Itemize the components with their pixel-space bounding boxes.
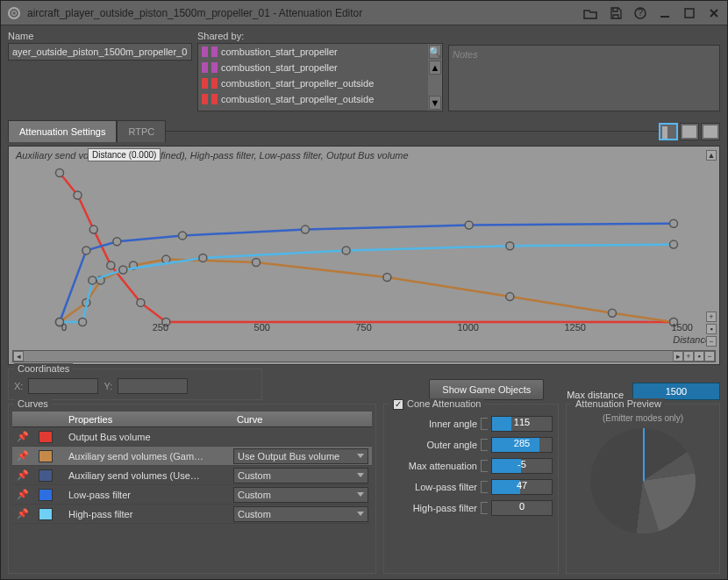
open-icon[interactable] xyxy=(583,7,597,19)
link-icon[interactable] xyxy=(481,481,488,493)
pin-icon[interactable]: 📌 xyxy=(12,431,33,442)
curve-node[interactable] xyxy=(89,276,96,284)
curve-node[interactable] xyxy=(302,226,310,233)
show-game-objects-button[interactable]: Show Game Objects xyxy=(429,379,544,400)
zoom-fit-icon[interactable]: ▪ xyxy=(706,324,717,334)
cone-checkbox[interactable] xyxy=(393,399,403,410)
color-swatch[interactable] xyxy=(39,450,53,462)
shared-item[interactable]: combustion_start_propeller_outside xyxy=(198,91,442,107)
link-icon[interactable] xyxy=(481,460,488,472)
shared-color-icon xyxy=(202,78,208,89)
curve-auxiliary-send-volumes-game-defined-[interactable] xyxy=(60,260,674,322)
pin-icon[interactable]: 📌 xyxy=(12,489,33,500)
hzoom-in-icon[interactable]: + xyxy=(683,351,694,362)
graph-legend: Auxiliary send volumes (Game-defined), H… xyxy=(16,150,409,161)
tab-attenuation-settings[interactable]: Attenuation Settings xyxy=(8,120,117,142)
curve-node[interactable] xyxy=(342,247,350,254)
search-icon[interactable]: 🔍 xyxy=(429,45,441,59)
name-input[interactable] xyxy=(8,43,192,61)
link-icon[interactable] xyxy=(481,502,488,514)
curve-type-dropdown[interactable]: Use Output Bus volume xyxy=(233,448,368,464)
shared-color-icon xyxy=(202,94,208,104)
curve-node[interactable] xyxy=(137,298,145,306)
close-icon[interactable] xyxy=(708,7,720,19)
max-distance-input[interactable] xyxy=(632,383,720,400)
curve-node[interactable] xyxy=(199,254,207,261)
curve-node[interactable] xyxy=(253,259,261,267)
curve-output-bus-volume[interactable] xyxy=(60,173,674,322)
color-swatch[interactable] xyxy=(39,431,53,443)
notes-field[interactable]: Notes xyxy=(448,45,720,111)
y-input[interactable] xyxy=(118,378,188,394)
curve-property: Auxiliary send volumes (Gam… xyxy=(63,451,233,462)
pin-icon[interactable]: 📌 xyxy=(12,469,33,481)
save-icon[interactable] xyxy=(610,7,622,19)
curve-node[interactable] xyxy=(506,293,514,301)
curve-node[interactable] xyxy=(74,191,82,199)
zoom-in-icon[interactable]: + xyxy=(706,311,717,322)
color-swatch[interactable] xyxy=(39,489,53,501)
titlebar[interactable]: aircraft_player_outside_piston_1500m_pro… xyxy=(1,1,727,25)
hzoom-out-icon[interactable]: − xyxy=(704,351,715,362)
curve-node[interactable] xyxy=(56,169,64,177)
shared-item[interactable]: combustion_start_propeller_outside xyxy=(198,75,442,91)
curve-node[interactable] xyxy=(82,247,90,254)
shared-scrollbar[interactable]: 🔍 ▲ ▼ xyxy=(428,44,442,111)
layout-graph-icon[interactable] xyxy=(659,123,678,140)
scroll-down-icon[interactable]: ▼ xyxy=(429,96,441,110)
link-icon[interactable] xyxy=(481,418,488,430)
curve-node[interactable] xyxy=(383,274,391,282)
attenuation-chart[interactable] xyxy=(51,164,682,331)
cone-param-input[interactable]: 285 xyxy=(491,437,553,453)
curve-type-dropdown[interactable]: Custom xyxy=(233,468,368,483)
curve-row[interactable]: 📌 Auxiliary send volumes (Gam… Use Outpu… xyxy=(12,447,372,466)
curve-node[interactable] xyxy=(113,238,121,246)
curve-row[interactable]: 📌 Auxiliary send volumes (Use… Custom xyxy=(12,466,372,485)
layout-split-icon[interactable] xyxy=(680,123,699,140)
curve-node[interactable] xyxy=(506,242,514,250)
tick-label: 250 xyxy=(153,322,168,333)
cone-param-input[interactable]: 0 xyxy=(491,500,553,516)
curve-node[interactable] xyxy=(609,309,617,317)
curve-row[interactable]: 📌 High-pass filter Custom xyxy=(12,505,372,524)
curve-node[interactable] xyxy=(119,266,127,274)
tab-rtpc[interactable]: RTPC xyxy=(117,120,166,142)
shared-by-list[interactable]: combustion_start_propellercombustion_sta… xyxy=(197,43,443,111)
scroll-right-icon[interactable]: ▸ xyxy=(673,351,683,362)
hzoom-fit-icon[interactable]: ▪ xyxy=(694,351,704,362)
maximize-icon[interactable] xyxy=(683,7,696,19)
curve-node[interactable] xyxy=(107,261,115,269)
x-input[interactable] xyxy=(28,378,98,394)
curve-node[interactable] xyxy=(465,221,473,229)
curve-node[interactable] xyxy=(670,219,678,227)
minimize-icon[interactable] xyxy=(659,7,671,19)
pin-icon[interactable]: 📌 xyxy=(12,508,33,519)
curve-row[interactable]: 📌 Output Bus volume xyxy=(12,427,372,447)
shared-item[interactable]: combustion_start_propeller xyxy=(198,44,442,60)
scroll-up-icon[interactable]: ▲ xyxy=(429,61,441,75)
color-swatch[interactable] xyxy=(39,469,53,482)
cone-param-input[interactable]: 115 xyxy=(491,416,553,432)
shared-item[interactable]: combustion_start_propeller xyxy=(198,60,442,75)
curves-title: Curves xyxy=(14,398,52,409)
help-icon[interactable]: ? xyxy=(634,7,646,19)
cone-preview-pie[interactable] xyxy=(590,428,696,533)
header-curve: Curve xyxy=(232,414,372,425)
link-icon[interactable] xyxy=(481,439,488,451)
cone-param-input[interactable]: 47 xyxy=(491,479,553,495)
curve-type-dropdown[interactable]: Custom xyxy=(233,506,368,522)
graph-panel[interactable]: Auxiliary send volumes (Game-defined), H… xyxy=(8,146,720,365)
cone-param-input[interactable]: -5 xyxy=(491,458,553,474)
curve-row[interactable]: 📌 Low-pass filter Custom xyxy=(12,485,372,505)
layout-list-icon[interactable] xyxy=(701,123,720,140)
curve-node[interactable] xyxy=(670,240,678,248)
curve-node[interactable] xyxy=(179,232,187,240)
curve-node[interactable] xyxy=(89,226,97,233)
zoom-out-icon[interactable]: − xyxy=(706,336,717,347)
curve-type-dropdown[interactable]: Custom xyxy=(233,487,368,503)
pin-icon[interactable]: 📌 xyxy=(12,450,33,462)
color-swatch[interactable] xyxy=(39,508,53,520)
zoom-up-icon[interactable]: ▲ xyxy=(706,150,717,161)
scroll-left-icon[interactable]: ◂ xyxy=(13,351,24,362)
graph-h-scrollbar[interactable]: ◂ ▸ + ▪ − xyxy=(12,350,716,362)
